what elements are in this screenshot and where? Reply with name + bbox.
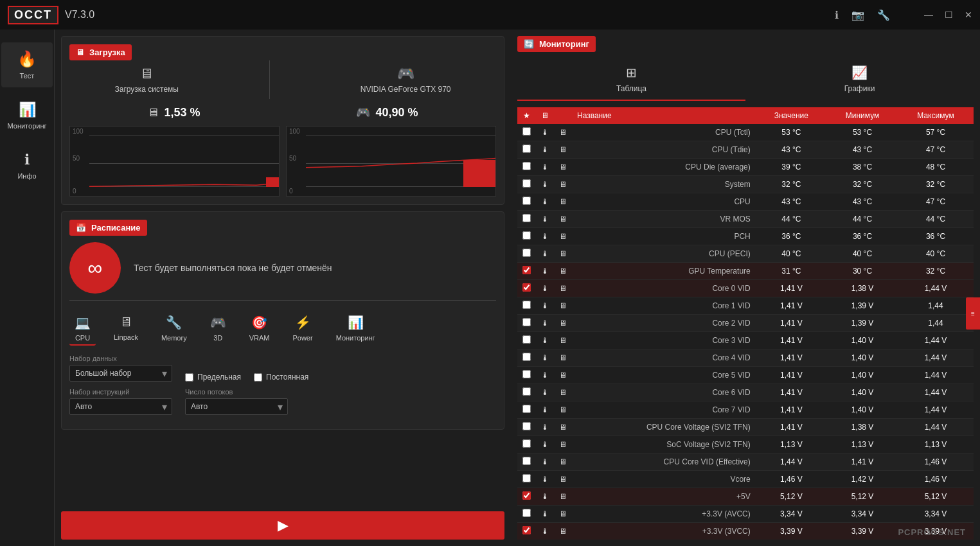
row-checkbox-cell[interactable] [517,263,536,280]
row-checkbox[interactable] [522,422,531,430]
row-type-icon: 🖥 [554,176,572,193]
gpu-chart: 100 50 0 [286,126,496,197]
sidebar-item-monitoring[interactable]: 📊 Мониторинг [1,94,53,137]
row-checkbox-cell[interactable] [517,506,536,523]
row-min: 30 °C [827,263,898,280]
dataset-select[interactable]: Большой набор Малый набор [69,365,172,382]
row-checkbox[interactable] [522,370,531,378]
constant-checkbox-label[interactable]: Постоянная [254,373,308,382]
tab-memory[interactable]: 🔧 Memory [156,312,192,346]
extreme-checkbox[interactable] [185,373,193,382]
table-row: 🌡 🖥 Core 4 VID 1,41 V 1,40 V 1,44 V [517,349,974,367]
tab-3d[interactable]: 🎮 3D [205,312,231,346]
row-max: 40 °C [898,245,974,263]
row-checkbox-cell[interactable] [517,419,536,436]
row-checkbox-cell[interactable] [517,349,536,367]
row-checkbox[interactable] [522,231,531,240]
play-button[interactable]: ▶ [61,511,504,540]
tab-cpu[interactable]: 💻 CPU [69,312,96,346]
row-checkbox[interactable] [522,127,531,136]
th-star: ★ [517,107,536,124]
row-checkbox[interactable] [522,457,531,465]
row-checkbox[interactable] [522,491,531,500]
row-checkbox-cell[interactable] [517,315,536,332]
scroll-indicator[interactable]: ≡ [966,297,980,330]
row-name: CPU (Tdie) [572,141,756,159]
tab-linpack[interactable]: 🖥 Linpack [109,312,143,346]
row-checkbox-cell[interactable] [517,454,536,471]
row-checkbox-cell[interactable] [517,523,536,540]
row-checkbox-cell[interactable] [517,384,536,401]
row-checkbox-cell[interactable] [517,488,536,506]
row-checkbox-cell[interactable] [517,280,536,297]
row-checkbox[interactable] [522,145,531,153]
row-checkbox-cell[interactable] [517,176,536,193]
row-checkbox-cell[interactable] [517,436,536,454]
app-version: V7.3.0 [65,9,94,21]
row-type-icon: 🖥 [554,297,572,315]
row-checkbox[interactable] [522,214,531,222]
row-value: 1,41 V [756,297,827,315]
row-checkbox[interactable] [522,509,531,517]
row-checkbox[interactable] [522,387,531,396]
settings-icon[interactable]: 🔧 [877,9,890,21]
load-values: 🖥 1,53 % 🎮 40,90 % [69,105,496,119]
threads-select[interactable]: Авто 1 2 4 8 [185,398,288,415]
row-checkbox[interactable] [522,249,531,257]
row-checkbox-cell[interactable] [517,367,536,384]
tab-vram-icon: 🎯 [251,315,267,330]
row-checkbox-cell[interactable] [517,297,536,315]
row-checkbox[interactable] [522,335,531,344]
close-button[interactable]: ✕ [965,10,972,20]
monitor-table-container[interactable]: ★ 🖥 Название Значение Минимум Максимум 🌡… [517,107,974,540]
row-checkbox[interactable] [522,266,531,274]
extreme-checkbox-label[interactable]: Предельная [185,373,241,382]
row-checkbox-cell[interactable] [517,141,536,159]
tab-vram[interactable]: 🎯 VRAM [244,312,275,346]
row-checkbox-cell[interactable] [517,159,536,176]
constant-checkbox[interactable] [254,373,262,382]
row-checkbox[interactable] [522,405,531,413]
row-checkbox-cell[interactable] [517,401,536,419]
row-checkbox[interactable] [522,283,531,292]
row-max: 1,44 V [898,332,974,349]
row-checkbox[interactable] [522,353,531,361]
tab-table[interactable]: ⊞ Таблица [517,58,745,101]
row-heat-icon: 🌡 [536,245,554,263]
row-checkbox-cell[interactable] [517,332,536,349]
row-checkbox-cell[interactable] [517,211,536,228]
test-tabs: 💻 CPU 🖥 Linpack 🔧 Memory 🎮 3D 🎯 V [69,307,496,351]
row-checkbox-cell[interactable] [517,228,536,245]
row-checkbox[interactable] [522,197,531,205]
row-heat-icon: 🌡 [536,401,554,419]
row-max: 47 °C [898,193,974,211]
row-checkbox-cell[interactable] [517,193,536,211]
row-checkbox[interactable] [522,179,531,188]
row-checkbox-cell[interactable] [517,124,536,141]
maximize-button[interactable]: ☐ [945,10,953,20]
row-checkbox-cell[interactable] [517,245,536,263]
row-min: 32 °C [827,176,898,193]
minimize-button[interactable]: — [924,10,933,20]
sidebar-item-test[interactable]: 🔥 Тест [1,42,53,87]
table-row: 🌡 🖥 Core 2 VID 1,41 V 1,39 V 1,44 [517,315,974,332]
logo-text: OCCT [8,6,58,24]
config-section: Набор данных Большой набор Малый набор П… [69,355,496,415]
cpu-value: 1,53 % [164,106,200,119]
info-icon[interactable]: ℹ [835,9,839,21]
camera-icon[interactable]: 📷 [851,9,864,21]
row-checkbox[interactable] [522,162,531,170]
sidebar-item-info[interactable]: ℹ Инфо [1,144,53,188]
row-checkbox[interactable] [522,318,531,326]
row-checkbox[interactable] [522,439,531,448]
row-checkbox[interactable] [522,526,531,534]
row-heat-icon: 🌡 [536,436,554,454]
row-checkbox-cell[interactable] [517,471,536,488]
tab-graphs[interactable]: 📈 Графики [745,58,974,101]
row-checkbox[interactable] [522,474,531,482]
instruction-select[interactable]: Авто SSE AVX AVX2 [69,398,172,415]
row-max: 1,46 V [898,454,974,471]
tab-monitoring-test[interactable]: 📊 Мониторинг [331,312,380,346]
tab-power[interactable]: ⚡ Power [287,312,317,346]
row-checkbox[interactable] [522,301,531,309]
